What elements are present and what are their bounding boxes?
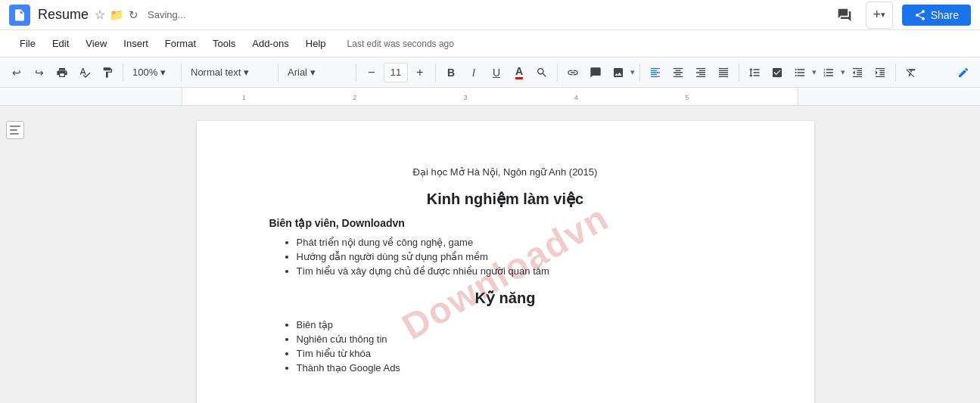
ruler: 1 2 3 4 5 [0, 88, 980, 106]
skill-item-2: Nghiên cứu thông tin [297, 333, 742, 345]
line-spacing-button[interactable] [744, 62, 765, 83]
bullet-item-3: Tìm hiểu và xây dựng chủ đề được nhiều n… [297, 265, 742, 277]
last-edit-text[interactable]: Last edit was seconds ago [347, 39, 454, 49]
font-value: Arial [288, 67, 307, 78]
plus-icon: + [873, 7, 881, 23]
chevron-down-icon: ▾ [881, 10, 885, 20]
toolbar: ↩ ↪ 100% ▾ Normal text ▾ Arial ▾ − + B I… [0, 57, 980, 88]
menu-file[interactable]: File [12, 35, 43, 52]
title-right: + ▾ Share [831, 2, 971, 29]
menu-insert[interactable]: Insert [116, 35, 156, 52]
bold-button[interactable]: B [440, 62, 462, 83]
redo-button[interactable]: ↪ [29, 62, 50, 83]
cloud-icon[interactable]: ↻ [129, 8, 138, 22]
menu-tools[interactable]: Tools [205, 35, 243, 52]
zoom-chevron: ▾ [160, 67, 166, 78]
align-left-button[interactable] [645, 62, 666, 83]
outline-line-2 [10, 129, 17, 131]
meeting-button[interactable]: + ▾ [866, 2, 893, 29]
doc-subtitle: Đại học Mở Hà Nội, Ngôn ngữ Anh (2015) [269, 166, 742, 178]
outline-line-1 [10, 126, 20, 127]
saving-text: Saving... [148, 9, 186, 20]
skills-bullets: Biên tập Nghiên cứu thông tin Tìm hiểu t… [297, 319, 742, 374]
zoom-value: 100% [132, 67, 157, 78]
doc-title: Resume [38, 7, 89, 23]
svg-text:4: 4 [574, 94, 578, 101]
left-margin [0, 106, 30, 403]
bullet-item-1: Phát triển nội dung về công nghệ, game [297, 237, 742, 248]
menu-help[interactable]: Help [298, 35, 334, 52]
bullet-item-2: Hướng dẫn người dùng sử dụng phần mềm [297, 251, 742, 262]
pen-button[interactable] [953, 62, 974, 83]
style-chevron: ▾ [244, 67, 249, 78]
sep-6 [557, 64, 558, 82]
style-value: Normal text [191, 67, 241, 78]
italic-button[interactable]: I [463, 62, 484, 83]
skill-item-1: Biên tập [297, 319, 742, 330]
indent-increase-button[interactable] [870, 62, 891, 83]
undo-button[interactable]: ↩ [6, 62, 27, 83]
image-dropdown[interactable]: ▾ [630, 67, 635, 77]
sep-8 [739, 64, 739, 82]
sep-2 [181, 64, 182, 82]
align-justify-button[interactable] [713, 62, 734, 83]
font-size-area: − + [361, 62, 431, 83]
sep-1 [123, 64, 123, 82]
spellcheck-button[interactable] [74, 62, 95, 83]
text-color-button[interactable]: A [509, 62, 530, 83]
menu-edit[interactable]: Edit [45, 35, 76, 52]
paint-format-button[interactable] [97, 62, 118, 83]
underline-button[interactable]: U [486, 62, 507, 83]
insert-image-button[interactable] [608, 62, 629, 83]
folder-icon[interactable]: 📁 [110, 8, 124, 22]
indent-decrease-button[interactable] [847, 62, 868, 83]
sep-5 [435, 64, 436, 82]
app-icon [9, 5, 30, 26]
checklist-button[interactable] [767, 62, 788, 83]
star-icon[interactable]: ☆ [95, 8, 105, 22]
share-button[interactable]: Share [902, 5, 971, 26]
link-button[interactable] [562, 62, 583, 83]
clear-format-button[interactable] [901, 62, 922, 83]
font-size-decrease[interactable]: − [361, 62, 382, 83]
style-dropdown[interactable]: Normal text ▾ [186, 62, 273, 83]
bullet-dropdown[interactable]: ▾ [812, 67, 817, 77]
doc-page: Downloadvn Đại học Mở Hà Nội, Ngôn ngữ A… [197, 121, 814, 403]
font-chevron: ▾ [310, 67, 316, 78]
align-right-button[interactable] [690, 62, 711, 83]
share-label: Share [931, 9, 959, 21]
title-icons: ☆ 📁 ↻ [95, 8, 138, 22]
job-title: Biên tập viên, Downloadvn [269, 217, 742, 229]
comment-button[interactable] [831, 2, 858, 29]
doc-container: Downloadvn Đại học Mở Hà Nội, Ngôn ngữ A… [30, 106, 980, 403]
menu-format[interactable]: Format [157, 35, 204, 52]
svg-text:1: 1 [242, 94, 246, 101]
outline-line-3 [10, 133, 19, 135]
font-dropdown[interactable]: Arial ▾ [283, 62, 351, 83]
menu-view[interactable]: View [78, 35, 114, 52]
menu-addons[interactable]: Add-ons [244, 35, 296, 52]
numbered-dropdown[interactable]: ▾ [841, 67, 845, 77]
zoom-dropdown[interactable]: 100% ▾ [128, 62, 176, 83]
font-size-increase[interactable]: + [409, 62, 431, 83]
sep-9 [895, 64, 896, 82]
font-size-input[interactable] [384, 63, 408, 82]
title-bar: Resume ☆ 📁 ↻ Saving... + ▾ Share [0, 0, 980, 30]
skill-item-4: Thành thạo Google Ads [297, 362, 742, 374]
content-area: Downloadvn Đại học Mở Hà Nội, Ngôn ngữ A… [0, 106, 980, 403]
menu-bar: File Edit View Insert Format Tools Add-o… [0, 30, 980, 57]
svg-text:2: 2 [353, 94, 356, 101]
sep-7 [639, 64, 640, 82]
align-center-button[interactable] [667, 62, 689, 83]
highlight-button[interactable] [531, 62, 552, 83]
print-button[interactable] [51, 62, 73, 83]
outline-toggle[interactable] [6, 121, 24, 139]
numbered-list-button[interactable] [818, 62, 839, 83]
skills-title: Kỹ năng [269, 289, 742, 307]
insert-comment-button[interactable] [585, 62, 606, 83]
text-color-icon: A [515, 65, 523, 79]
doc-content: Đại học Mở Hà Nội, Ngôn ngữ Anh (2015) K… [269, 166, 742, 374]
sep-4 [356, 64, 356, 82]
ruler-inner: 1 2 3 4 5 [182, 88, 798, 105]
bullet-list-button[interactable] [789, 62, 810, 83]
